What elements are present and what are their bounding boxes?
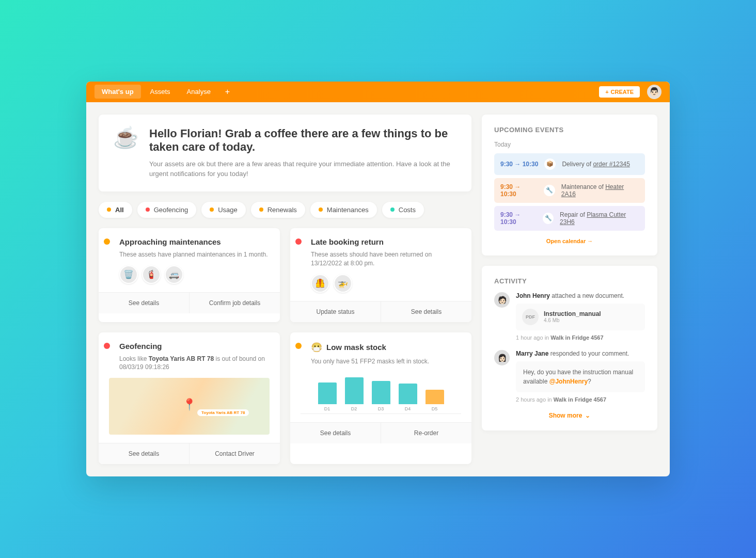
- card-approaching-maintenances: Approaching maintenances These assets ha…: [99, 228, 280, 322]
- event-time: 9:30 → 10:30: [500, 161, 538, 168]
- see-details-button[interactable]: See details: [99, 443, 189, 464]
- open-calendar-link[interactable]: Open calendar →: [494, 238, 645, 244]
- upcoming-events-panel: UPCOMING EVENTS Today 9:30 → 10:30📦Deliv…: [482, 115, 657, 256]
- show-more-button[interactable]: Show more ⌄: [494, 412, 645, 419]
- status-dot-icon: [295, 238, 302, 245]
- create-button[interactable]: + CREATE: [599, 86, 640, 98]
- update-status-button[interactable]: Update status: [290, 301, 381, 322]
- create-label: CREATE: [611, 89, 634, 95]
- dot-icon: [210, 208, 214, 212]
- content: ☕ Hello Florian! Grab a coffee there are…: [86, 102, 670, 476]
- greeting-title: Hello Florian! Grab a coffee there are a…: [149, 127, 457, 154]
- nav-tabs: What's up Assets Analyse +: [94, 85, 235, 99]
- contact-driver-button[interactable]: Contact Driver: [189, 443, 280, 464]
- asset-thumb[interactable]: 🧯: [142, 265, 161, 284]
- confirm-job-button[interactable]: Confirm job details: [189, 293, 280, 313]
- topbar-right: + CREATE 👨🏻: [599, 85, 662, 99]
- dot-icon: [146, 208, 150, 212]
- bar: [318, 382, 337, 404]
- today-label: Today: [494, 141, 645, 148]
- filter-maintenances[interactable]: Maintenances: [310, 202, 377, 218]
- tab-analyse[interactable]: Analyse: [180, 85, 218, 99]
- activity-meta: 1 hour ago in Walk in Fridge 4567: [516, 334, 645, 341]
- mask-icon: 😷: [311, 342, 322, 353]
- event-row[interactable]: 9:30 → 10:30🔧Repair of Plasma Cutter 23H…: [494, 206, 645, 231]
- chevron-down-icon: ⌄: [585, 412, 590, 419]
- filter-renewals[interactable]: Renewals: [251, 202, 305, 218]
- coffee-icon: ☕: [113, 127, 139, 179]
- event-time: 9:30 → 10:30: [500, 183, 538, 198]
- dot-icon: [319, 208, 323, 212]
- activity-line: Marry Jane responded to your comment.: [516, 350, 645, 357]
- filter-label: Costs: [399, 206, 416, 214]
- see-details-button[interactable]: See details: [290, 423, 381, 443]
- mention[interactable]: @JohnHenry: [549, 378, 588, 385]
- top-bar: What's up Assets Analyse + + CREATE 👨🏻: [86, 82, 670, 102]
- attachment-size: 4.6 Mb: [544, 317, 601, 323]
- card-title: Approaching maintenances: [119, 237, 270, 246]
- map-preview[interactable]: 📍 Toyota Yaris AB RT 78: [109, 378, 270, 435]
- dot-icon: [390, 208, 395, 212]
- map-pin-label: Toyota Yaris AB RT 78: [197, 409, 249, 416]
- panel-title: UPCOMING EVENTS: [494, 126, 645, 134]
- plus-icon: +: [605, 89, 608, 95]
- side-column: UPCOMING EVENTS Today 9:30 → 10:30📦Deliv…: [482, 115, 657, 464]
- bar: [399, 384, 417, 404]
- filter-usage[interactable]: Usage: [201, 202, 246, 218]
- filter-costs[interactable]: Costs: [382, 202, 424, 218]
- status-dot-icon: [104, 343, 110, 349]
- asset-thumb[interactable]: 🗑️: [119, 265, 138, 284]
- bar: [372, 381, 390, 404]
- map-pin-icon: 📍: [182, 398, 196, 411]
- card-desc: These assets have planned maintenances i…: [119, 250, 270, 259]
- greeting-subtitle: Your assets are ok but there are a few a…: [149, 159, 457, 179]
- see-details-button[interactable]: See details: [381, 301, 471, 322]
- dot-icon: [107, 208, 111, 212]
- bar-label: D2: [351, 406, 357, 411]
- card-desc: These assets should have been returned o…: [311, 250, 461, 268]
- main-column: ☕ Hello Florian! Grab a coffee there are…: [99, 115, 471, 464]
- card-title: 😷 Low mask stock: [311, 342, 461, 353]
- activity-panel: ACTIVITY 🧑🏻John Henry attached a new doc…: [482, 266, 657, 431]
- app-window: What's up Assets Analyse + + CREATE 👨🏻 ☕…: [86, 82, 670, 476]
- comment-box: Hey, do you have the instruction manual …: [516, 361, 645, 392]
- see-details-button[interactable]: See details: [99, 293, 189, 313]
- event-text: Delivery of order #12345: [562, 161, 629, 168]
- asset-name: Toyota Yaris AB RT 78: [149, 355, 214, 362]
- card-desc: You only have 51 FFP2 masks left in stoc…: [311, 357, 461, 366]
- filter-all[interactable]: All: [99, 202, 132, 218]
- event-type-icon: 🔧: [543, 213, 554, 224]
- filter-label: Usage: [218, 206, 238, 214]
- bar-label: D3: [378, 406, 384, 411]
- bar-col: D1: [318, 382, 337, 411]
- asset-thumb[interactable]: 🚐: [165, 265, 183, 284]
- event-text: Maintenance of Heater 2A16: [561, 183, 639, 198]
- bar-col: D3: [372, 381, 390, 411]
- asset-thumb[interactable]: 🚁: [334, 274, 352, 293]
- filter-row: All Geofencing Usage Renewals Maintenanc…: [99, 202, 471, 218]
- tab-whats-up[interactable]: What's up: [94, 85, 141, 99]
- event-type-icon: 📦: [544, 158, 556, 170]
- user-avatar[interactable]: 👨🏻: [647, 85, 662, 99]
- activity-item: 🧑🏻John Henry attached a new document.PDF…: [494, 292, 645, 341]
- activity-item: 👩🏻Marry Jane responded to your comment.H…: [494, 350, 645, 403]
- event-row[interactable]: 9:30 → 10:30📦Delivery of order #12345: [494, 153, 645, 175]
- card-geofencing: Geofencing Looks like Toyota Yaris AB RT…: [99, 332, 280, 465]
- panel-title: ACTIVITY: [494, 277, 645, 285]
- user-avatar[interactable]: 🧑🏻: [494, 292, 510, 308]
- pdf-icon: PDF: [522, 309, 539, 325]
- user-avatar[interactable]: 👩🏻: [494, 350, 510, 365]
- event-row[interactable]: 9:30 → 10:30🔧Maintenance of Heater 2A16: [494, 178, 645, 203]
- asset-thumb[interactable]: 🦺: [311, 274, 329, 293]
- event-text: Repair of Plasma Cutter 23H6: [560, 211, 639, 226]
- reorder-button[interactable]: Re-order: [381, 423, 471, 443]
- attachment[interactable]: PDFInstruction_manual4.6 Mb: [516, 304, 645, 330]
- bar-label: D1: [324, 406, 330, 411]
- add-tab-icon[interactable]: +: [220, 85, 235, 99]
- bar: [345, 377, 364, 404]
- event-type-icon: 🔧: [544, 185, 555, 196]
- asset-thumbs: 🗑️ 🧯 🚐: [119, 265, 270, 284]
- filter-geofencing[interactable]: Geofencing: [137, 202, 197, 218]
- tab-assets[interactable]: Assets: [143, 85, 178, 99]
- bar: [426, 390, 444, 404]
